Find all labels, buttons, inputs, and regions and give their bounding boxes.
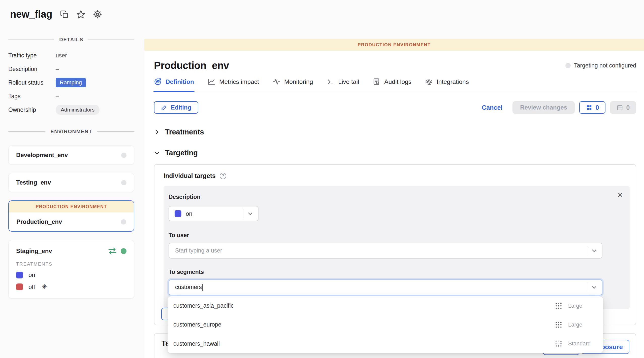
- gear-icon[interactable]: [93, 10, 102, 19]
- segments-dropdown: customers_asia_pacific Large customers_e…: [168, 296, 603, 353]
- copy-icon[interactable]: [60, 10, 69, 19]
- description-label: Description: [169, 194, 602, 200]
- segment-name: customers_europe: [173, 321, 555, 328]
- tab-definition[interactable]: Definition: [154, 78, 194, 92]
- treatment-name: on: [28, 271, 35, 278]
- treatment-select[interactable]: on: [169, 206, 259, 221]
- schedule-count-button[interactable]: 0: [610, 101, 636, 114]
- segment-size: Large: [568, 321, 596, 328]
- text-caret: [202, 284, 203, 291]
- calendar-icon: [617, 104, 623, 111]
- cancel-link[interactable]: Cancel: [482, 104, 502, 111]
- select-divider: [243, 209, 243, 218]
- star-icon[interactable]: [76, 10, 85, 19]
- env-card-testing[interactable]: Testing_env: [8, 173, 134, 192]
- status-dot: [565, 63, 571, 68]
- env-card-production[interactable]: PRODUCTION ENVIRONMENT Production_env: [8, 200, 134, 232]
- input-divider: [587, 246, 587, 255]
- tab-metrics-impact[interactable]: Metrics impact: [208, 78, 259, 92]
- tab-audit-logs[interactable]: Audit logs: [373, 78, 411, 92]
- detail-value: Ramping: [56, 77, 134, 88]
- chevron-right-icon: [154, 129, 160, 135]
- tab-label: Definition: [166, 78, 194, 85]
- help-icon[interactable]: ?: [220, 173, 226, 179]
- divider-line: [88, 40, 134, 40]
- treatment-row: on: [16, 271, 126, 278]
- divider-line: [8, 40, 54, 40]
- input-divider: [587, 283, 587, 292]
- editing-label: Editing: [171, 104, 191, 111]
- environment-title: Production_env: [154, 60, 229, 71]
- to-user-placeholder: Start typing a user: [175, 247, 584, 254]
- target-icon: [154, 78, 162, 86]
- to-segments-input[interactable]: customers: [169, 279, 602, 295]
- treatments-section-toggle[interactable]: Treatments: [154, 128, 636, 136]
- ownership-pill[interactable]: Administrators: [56, 105, 100, 115]
- tab-label: Audit logs: [384, 78, 411, 85]
- chevron-down-icon: [591, 247, 597, 254]
- chevron-down-icon: [247, 210, 253, 217]
- tab-live-tail[interactable]: Live tail: [327, 78, 359, 92]
- detail-label: Description: [8, 64, 56, 74]
- tab-label: Integrations: [437, 78, 469, 85]
- audit-log-icon: [373, 78, 380, 86]
- large-segment-icon: [555, 321, 562, 328]
- review-changes-button[interactable]: Review changes: [512, 101, 575, 114]
- schedule-count: 0: [626, 104, 630, 111]
- env-card-development[interactable]: Development_env: [8, 146, 134, 165]
- env-status-icons: [108, 247, 126, 255]
- targeting-section-toggle[interactable]: Targeting: [154, 149, 636, 157]
- standard-segment-icon: [555, 340, 562, 347]
- rollout-status-badge: Ramping: [56, 78, 86, 87]
- env-card-header: Staging_env: [16, 247, 126, 255]
- segment-option-europe[interactable]: customers_europe Large: [168, 315, 603, 334]
- env-status-dot: [121, 248, 126, 254]
- segment-name: customers_asia_pacific: [173, 302, 555, 309]
- details-list: Traffic type user Description – Rollout …: [8, 50, 134, 115]
- to-user-label: To user: [169, 232, 602, 239]
- sidebar: DETAILS Traffic type user Description – …: [8, 37, 134, 299]
- editing-button[interactable]: Editing: [154, 101, 198, 114]
- segment-size: Large: [568, 303, 596, 309]
- treatments-section-title: Treatments: [165, 128, 204, 136]
- grid-icon: [586, 104, 592, 111]
- page-header: new_flag: [10, 9, 102, 20]
- detail-value: Administrators: [56, 104, 134, 115]
- individual-target-panel: ✕ Description on To user Start typing a …: [164, 186, 630, 309]
- env-name: Production_env: [16, 218, 62, 225]
- segment-option-asia-pacific[interactable]: customers_asia_pacific Large: [168, 296, 603, 315]
- targeting-status-label: Targeting not configured: [574, 62, 636, 69]
- treatment-on-swatch: [16, 272, 23, 278]
- treatment-off-swatch: [16, 283, 23, 290]
- chevron-down-icon: [591, 284, 597, 291]
- default-treatment-icon: ✳: [42, 283, 47, 291]
- details-heading: DETAILS: [59, 37, 83, 43]
- changes-count-button[interactable]: 0: [579, 101, 605, 114]
- env-status-dot: [121, 180, 126, 185]
- detail-label: Rollout status: [8, 77, 56, 88]
- environment-header: Production_env Targeting not configured: [154, 60, 636, 71]
- sync-arrows-icon: [108, 247, 117, 255]
- tab-label: Monitoring: [284, 78, 313, 85]
- close-icon[interactable]: ✕: [617, 192, 623, 199]
- segment-name: customers_hawaii: [173, 340, 555, 347]
- treatments-heading: TREATMENTS: [16, 261, 126, 267]
- large-segment-icon: [555, 302, 562, 309]
- tab-bar: Definition Metrics impact Monitoring: [154, 78, 636, 92]
- detail-label: Traffic type: [8, 50, 56, 61]
- tab-monitoring[interactable]: Monitoring: [273, 78, 313, 92]
- chevron-down-icon: [154, 150, 160, 156]
- treatment-name: off: [28, 283, 35, 291]
- divider-line: [8, 131, 45, 132]
- to-user-input[interactable]: Start typing a user: [169, 243, 602, 259]
- treatment-row: off ✳: [16, 283, 126, 291]
- env-card-body: Production_env: [9, 212, 134, 231]
- tab-integrations[interactable]: Integrations: [425, 78, 469, 92]
- pulse-icon: [273, 78, 280, 86]
- detail-label: Ownership: [8, 104, 56, 115]
- flag-page: new_flag DETAILS Traffic type user Descr…: [0, 0, 644, 358]
- env-status-dot: [121, 153, 126, 158]
- chart-icon: [208, 78, 215, 86]
- segment-option-hawaii[interactable]: customers_hawaii Standard: [168, 334, 603, 353]
- env-card-staging[interactable]: Staging_env TREATMENTS on off: [8, 240, 134, 299]
